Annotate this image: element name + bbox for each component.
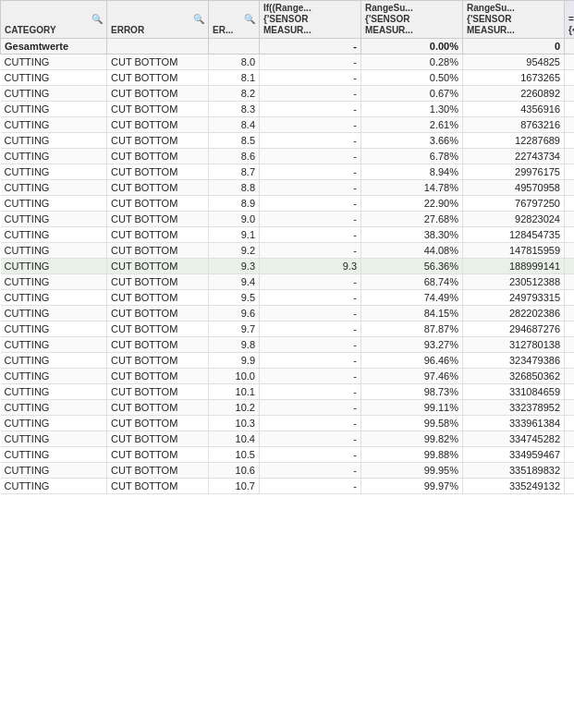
cell-err: 8.4 [209, 117, 260, 133]
cell-max: 335355042 [565, 416, 575, 431]
cell-if: - [260, 353, 361, 369]
cell-if: 9.3 [260, 259, 361, 274]
category-search-icon[interactable]: 🔍 [92, 14, 103, 25]
cell-rangesu2: 294687276 [463, 322, 565, 337]
cell-category: CUTTING [1, 243, 107, 259]
cell-max: 335355042 [565, 369, 575, 384]
cell-rangesu1: 0.28% [361, 55, 463, 70]
cell-rangesu1: 44.08% [361, 243, 463, 259]
cell-if: - [260, 431, 361, 447]
table-row: CUTTINGCUT BOTTOM9.2-44.08%1478159593353… [1, 243, 575, 259]
cell-error: CUT BOTTOM [107, 164, 209, 180]
cell-error: CUT BOTTOM [107, 212, 209, 227]
cell-error: CUT BOTTOM [107, 290, 209, 306]
cell-category: CUTTING [1, 431, 107, 447]
cell-category: CUTTING [1, 149, 107, 164]
cell-category: CUTTING [1, 322, 107, 337]
cell-max: 335355042 [565, 431, 575, 447]
rangesu1-header-label: RangeSu... {'SENSOR MEASUR... [365, 3, 458, 36]
cell-rangesu2: 230512388 [463, 274, 565, 290]
cell-err: 10.4 [209, 431, 260, 447]
cell-error: CUT BOTTOM [107, 117, 209, 133]
cell-err: 9.3 [209, 259, 260, 274]
summary-max: 335378620 [565, 39, 575, 55]
cell-rangesu1: 2.61% [361, 117, 463, 133]
cell-rangesu2: 282202386 [463, 306, 565, 322]
table-row: CUTTINGCUT BOTTOM8.4-2.61%87632163353550… [1, 117, 575, 133]
cell-category: CUTTING [1, 102, 107, 117]
table-row: CUTTINGCUT BOTTOM10.6-99.95%335189832335… [1, 463, 575, 479]
cell-if: - [260, 117, 361, 133]
cell-category: CUTTING [1, 133, 107, 149]
cell-error: CUT BOTTOM [107, 337, 209, 353]
cell-rangesu1: 99.97% [361, 479, 463, 494]
cell-err: 10.7 [209, 479, 260, 494]
cell-err: 9.8 [209, 337, 260, 353]
cell-max: 335355042 [565, 133, 575, 149]
cell-max: 335355042 [565, 306, 575, 322]
table-row: CUTTINGCUT BOTTOM10.4-99.82%334745282335… [1, 431, 575, 447]
cell-err: 8.3 [209, 102, 260, 117]
cell-err: 9.1 [209, 227, 260, 243]
cell-rangesu2: 188999141 [463, 259, 565, 274]
cell-category: CUTTING [1, 479, 107, 494]
cell-rangesu2: 12287689 [463, 133, 565, 149]
cell-if: - [260, 369, 361, 384]
cell-rangesu2: 128454735 [463, 227, 565, 243]
cell-error: CUT BOTTOM [107, 196, 209, 212]
cell-category: CUTTING [1, 337, 107, 353]
cell-max: 335355042 [565, 290, 575, 306]
table-row: CUTTINGCUT BOTTOM8.3-1.30%43569163353550… [1, 102, 575, 117]
cell-if: - [260, 306, 361, 322]
cell-err: 8.0 [209, 55, 260, 70]
cell-rangesu2: 76797250 [463, 196, 565, 212]
cell-rangesu2: 92823024 [463, 212, 565, 227]
cell-rangesu1: 68.74% [361, 274, 463, 290]
cell-error: CUT BOTTOM [107, 133, 209, 149]
col-header-err: 🔍 ER... [209, 1, 260, 39]
summary-error [107, 39, 209, 55]
cell-rangesu2: 147815959 [463, 243, 565, 259]
col-header-rangesu2: RangeSu... {'SENSOR MEASUR... [463, 1, 565, 39]
table-row: CUTTINGCUT BOTTOM8.2-0.67%22608923353550… [1, 86, 575, 102]
cell-if: - [260, 164, 361, 180]
error-search-icon[interactable]: 🔍 [193, 14, 204, 25]
cell-max: 335355042 [565, 463, 575, 479]
cell-rangesu2: 249793315 [463, 290, 565, 306]
cell-error: CUT BOTTOM [107, 369, 209, 384]
cell-max: 335355042 [565, 243, 575, 259]
table-header-row: 🔍 CATEGORY 🔍 ERROR 🔍 ER... [1, 1, 575, 39]
err-search-icon[interactable]: 🔍 [244, 14, 255, 25]
cell-error: CUT BOTTOM [107, 180, 209, 196]
cell-error: CUT BOTTOM [107, 479, 209, 494]
table-row: CUTTINGCUT BOTTOM9.7-87.87%2946872763353… [1, 322, 575, 337]
cell-if: - [260, 133, 361, 149]
cell-err: 9.6 [209, 306, 260, 322]
cell-err: 8.1 [209, 70, 260, 86]
table-row: CUTTINGCUT BOTTOM10.1-98.73%331084659335… [1, 384, 575, 400]
cell-err: 10.2 [209, 400, 260, 416]
cell-category: CUTTING [1, 55, 107, 70]
cell-rangesu1: 87.87% [361, 322, 463, 337]
cell-max: 335355042 [565, 479, 575, 494]
cell-category: CUTTING [1, 353, 107, 369]
cell-max: 335355042 [565, 384, 575, 400]
cell-category: CUTTING [1, 70, 107, 86]
cell-max: 335355042 [565, 400, 575, 416]
col-header-max: =Max( Aggr(NO... {<COLLE... [565, 1, 575, 39]
table-row: CUTTINGCUT BOTTOM10.2-99.11%332378952335… [1, 400, 575, 416]
cell-max: 335355042 [565, 70, 575, 86]
cell-category: CUTTING [1, 86, 107, 102]
cell-rangesu1: 99.82% [361, 431, 463, 447]
table-row: CUTTINGCUT BOTTOM8.9-22.90%7679725033535… [1, 196, 575, 212]
cell-rangesu1: 99.95% [361, 463, 463, 479]
cell-error: CUT BOTTOM [107, 463, 209, 479]
cell-rangesu2: 954825 [463, 55, 565, 70]
summary-category: Gesamtwerte [1, 39, 107, 55]
cell-rangesu1: 96.46% [361, 353, 463, 369]
cell-max: 335355042 [565, 55, 575, 70]
cell-rangesu1: 22.90% [361, 196, 463, 212]
cell-err: 10.3 [209, 416, 260, 431]
cell-error: CUT BOTTOM [107, 384, 209, 400]
cell-max: 335355042 [565, 180, 575, 196]
